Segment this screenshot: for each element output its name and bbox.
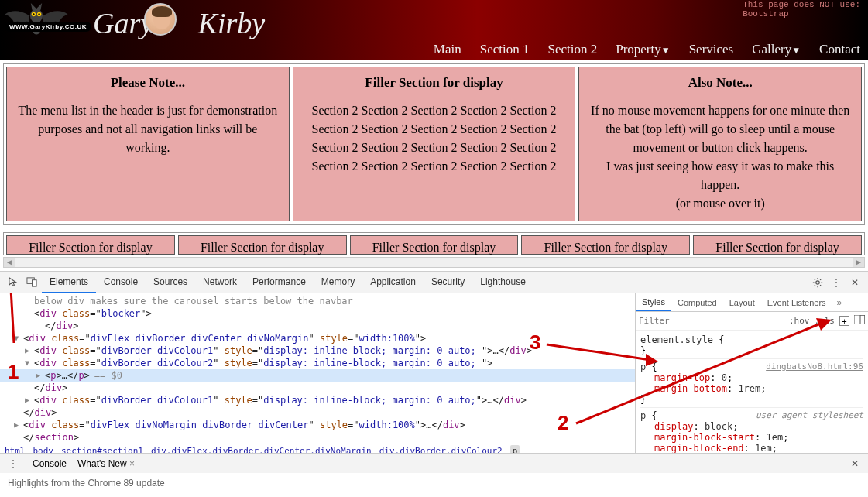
- dom-tree-line[interactable]: ▶<div class="divFlex divNoMargin divBord…: [0, 419, 635, 431]
- expand-toggle-icon[interactable]: ▶: [25, 346, 29, 355]
- drawer-tab-console[interactable]: Console: [33, 458, 67, 469]
- dom-tree-line[interactable]: ▶<p>…</p>== $0: [0, 369, 635, 382]
- svg-rect-11: [854, 315, 865, 324]
- styles-tab-layout[interactable]: Layout: [723, 295, 761, 310]
- info-box-0: Please Note...The menu list in the heade…: [6, 67, 290, 221]
- inspect-element-icon[interactable]: [5, 274, 22, 291]
- css-property[interactable]: margin-block-end: 1em;: [640, 443, 863, 453]
- info-box-body: The menu list in the header is just for …: [16, 101, 280, 157]
- devtools: ElementsConsoleSourcesNetworkPerformance…: [0, 271, 868, 493]
- nav-section-1[interactable]: Section 1: [480, 42, 530, 57]
- drawer-content: Highlights from the Chrome 89 update: [0, 473, 868, 493]
- nav-gallery[interactable]: Gallery▼: [752, 42, 801, 57]
- nav-main[interactable]: Main: [434, 42, 461, 57]
- css-property[interactable]: display: block;: [640, 421, 863, 432]
- styles-tab-styles[interactable]: Styles: [636, 294, 671, 311]
- dom-tree-line[interactable]: ▼<div class="divFlex divBorder divCenter…: [0, 332, 635, 344]
- styles-filter-input[interactable]: [639, 316, 784, 326]
- devtools-tab-memory[interactable]: Memory: [314, 272, 362, 293]
- scroll-left-icon[interactable]: ◄: [4, 258, 15, 267]
- cls-toggle[interactable]: .cls: [815, 316, 835, 326]
- url-banner: WWW.GaryKirby.CO.UK: [5, 22, 91, 32]
- info-box-body: If no mouse movement happens for one min…: [588, 101, 852, 213]
- dom-tree-line[interactable]: </div>: [0, 406, 635, 419]
- dom-tree-line[interactable]: below div makes sure the carousel starts…: [0, 295, 635, 307]
- dom-tree-line[interactable]: ▼<div class="divBorder divColour2" style…: [0, 357, 635, 369]
- breadcrumb[interactable]: htmlbodysection#section1div.divFlex.divB…: [0, 444, 635, 453]
- breadcrumb-item[interactable]: p: [510, 445, 520, 453]
- dom-tree-line[interactable]: ▶<div class="divBorder divColour1" style…: [0, 344, 635, 357]
- device-toggle-icon[interactable]: [23, 274, 40, 291]
- svg-rect-12: [860, 315, 865, 324]
- source-link[interactable]: dingbatsNo8.html:96: [766, 362, 863, 372]
- info-box-title: Also Note...: [588, 75, 852, 91]
- dom-tree-line[interactable]: ▶<div class="divBorder divColour1" style…: [0, 394, 635, 406]
- breadcrumb-item[interactable]: div.divBorder.divColour2: [379, 446, 503, 453]
- hov-toggle[interactable]: :hov: [789, 316, 810, 326]
- devtools-tabs: ElementsConsoleSourcesNetworkPerformance…: [0, 272, 868, 293]
- filler-box: Filler Section for display: [350, 235, 519, 255]
- dom-tree-line[interactable]: <div class="blocker">: [0, 307, 635, 320]
- css-property[interactable]: margin-bottom: 1rem;: [640, 383, 863, 394]
- styles-rules[interactable]: element.style {}dingbatsNo8.html:96p {ma…: [636, 331, 868, 453]
- expand-toggle-icon[interactable]: ▶: [14, 420, 19, 429]
- svg-point-3: [33, 13, 34, 15]
- expand-toggle-icon[interactable]: ▶: [25, 396, 29, 404]
- bat-logo[interactable]: WWW.GaryKirby.CO.UK: [2, 2, 75, 43]
- svg-rect-7: [32, 280, 36, 286]
- css-rule[interactable]: element.style {}: [640, 332, 863, 359]
- devtools-tab-network[interactable]: Network: [195, 272, 245, 293]
- devtools-tab-performance[interactable]: Performance: [245, 272, 314, 293]
- dom-tree-line[interactable]: </div>: [0, 382, 635, 394]
- info-box-body: Section 2 Section 2 Section 2 Section 2 …: [303, 101, 566, 176]
- computed-panel-icon[interactable]: [854, 315, 865, 327]
- css-rule[interactable]: user agent stylesheetp {display: block;m…: [640, 408, 863, 453]
- breadcrumb-item[interactable]: section#section1: [61, 446, 143, 453]
- nav-property[interactable]: Property▼: [616, 42, 670, 57]
- devtools-tab-lighthouse[interactable]: Lighthouse: [472, 272, 533, 293]
- navbar: MainSection 1Section 2Property▼ServicesG…: [434, 42, 860, 57]
- styles-panel: StylesComputedLayoutEvent Listeners» :ho…: [636, 293, 868, 453]
- expand-toggle-icon[interactable]: ▶: [36, 371, 40, 379]
- drawer-tab-what-s-new[interactable]: What's New: [77, 458, 135, 469]
- info-box-1: Filler Section for displaySection 2 Sect…: [293, 67, 576, 221]
- filler-row: Filler Section for displayFiller Section…: [3, 232, 865, 255]
- more-menu-icon[interactable]: ⋮: [828, 274, 845, 291]
- styles-tab-event-listeners[interactable]: Event Listeners: [761, 295, 832, 310]
- css-property[interactable]: margin-block-start: 1em;: [640, 432, 863, 443]
- new-style-rule-button[interactable]: +: [839, 316, 849, 326]
- css-property[interactable]: margin-top: 0;: [640, 372, 863, 383]
- drawer-menu-icon[interactable]: ⋮: [5, 455, 22, 472]
- devtools-drawer-tabs: ⋮ ConsoleWhat's New ✕: [0, 453, 868, 473]
- horizontal-scroll[interactable]: ◄ ►: [3, 257, 865, 268]
- styles-tab-computed[interactable]: Computed: [671, 295, 723, 310]
- nav-services[interactable]: Services: [689, 42, 734, 57]
- owner-name: Gary Kirby: [93, 6, 265, 40]
- styles-filter-row: :hov .cls +: [636, 312, 868, 331]
- nav-contact[interactable]: Contact: [819, 42, 860, 57]
- scroll-right-icon[interactable]: ►: [853, 258, 864, 267]
- devtools-tab-sources[interactable]: Sources: [146, 272, 195, 293]
- filler-box: Filler Section for display: [521, 235, 690, 255]
- close-devtools-icon[interactable]: ✕: [846, 274, 863, 291]
- devtools-tab-console[interactable]: Console: [96, 272, 146, 293]
- breadcrumb-item[interactable]: div.divFlex.divBorder.divCenter.divNoMar…: [151, 446, 372, 453]
- css-rule[interactable]: dingbatsNo8.html:96p {margin-top: 0;marg…: [640, 359, 863, 408]
- expand-toggle-icon[interactable]: ▼: [25, 358, 29, 367]
- breadcrumb-item[interactable]: html: [5, 446, 26, 453]
- devtools-tab-elements[interactable]: Elements: [42, 272, 96, 293]
- devtools-tab-application[interactable]: Application: [362, 272, 424, 293]
- devtools-tab-security[interactable]: Security: [424, 272, 472, 293]
- elements-panel[interactable]: below div makes sure the carousel starts…: [0, 293, 636, 453]
- avatar[interactable]: [144, 3, 177, 36]
- breadcrumb-item[interactable]: body: [33, 446, 54, 453]
- dom-tree-line[interactable]: </section>: [0, 431, 635, 444]
- more-tabs-icon[interactable]: »: [832, 297, 847, 308]
- close-drawer-icon[interactable]: ✕: [846, 455, 863, 472]
- chevron-down-icon: ▼: [661, 45, 671, 56]
- expand-toggle-icon[interactable]: ▼: [14, 334, 19, 342]
- dom-tree-line[interactable]: </div>: [0, 320, 635, 332]
- filler-box: Filler Section for display: [178, 235, 347, 255]
- settings-gear-icon[interactable]: [809, 274, 826, 291]
- nav-section-2[interactable]: Section 2: [547, 42, 597, 57]
